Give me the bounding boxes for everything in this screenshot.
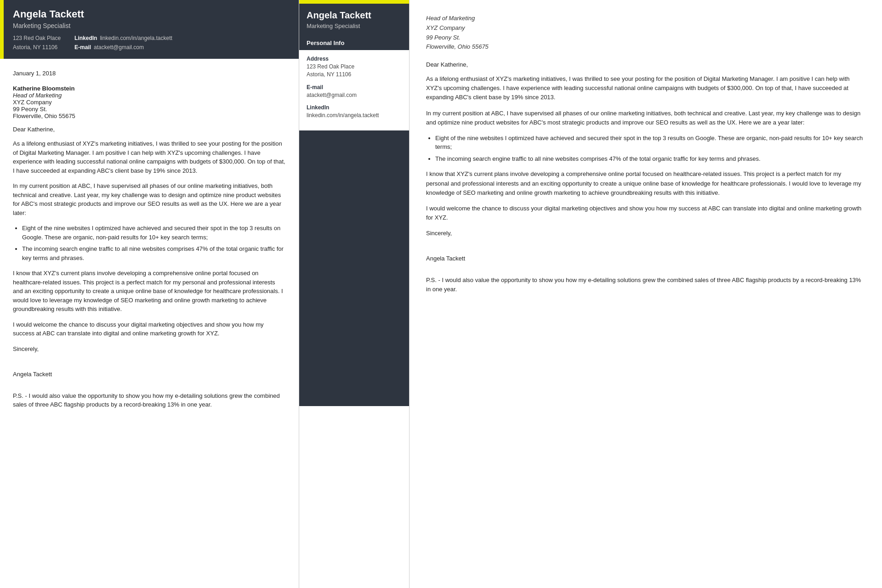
left-recipient: Katherine Bloomstein Head of Marketing X… bbox=[13, 85, 286, 119]
left-signature: Angela Tackett bbox=[13, 371, 286, 378]
left-document-panel: Angela Tackett Marketing Specialist 123 … bbox=[0, 0, 299, 588]
left-recipient-address1: 99 Peony St. bbox=[13, 106, 286, 113]
left-recipient-name: Katherine Bloomstein bbox=[13, 85, 286, 92]
middle-address-label: Address bbox=[307, 56, 402, 62]
left-email-item: E-mail atackett@gmail.com bbox=[74, 44, 172, 51]
left-address-line1: 123 Red Oak Place bbox=[13, 35, 61, 41]
right-sender-company: XYZ Company bbox=[426, 23, 865, 33]
right-paragraph1: As a lifelong enthusiast of XYZ's market… bbox=[426, 74, 865, 102]
right-bullet-list: Eight of the nine websites I optimized h… bbox=[435, 134, 865, 164]
left-contact-row: 123 Red Oak Place Astoria, NY 11106 Link… bbox=[13, 35, 290, 51]
right-salutation: Dear Katherine, bbox=[426, 61, 865, 68]
left-date: January 1, 2018 bbox=[13, 70, 286, 77]
right-bullet1: Eight of the nine websites I optimized h… bbox=[435, 134, 865, 152]
right-paragraph4: I would welcome the chance to discuss yo… bbox=[426, 204, 865, 222]
middle-header-title: Marketing Specialist bbox=[307, 23, 402, 29]
middle-linkedin-label: LinkedIn bbox=[307, 104, 402, 111]
middle-linkedin-group: LinkedIn linkedin.com/in/angela.tackett bbox=[307, 104, 402, 119]
left-paragraph2: In my current position at ABC, I have su… bbox=[13, 181, 286, 217]
left-contact-col-links: LinkedIn linkedin.com/in/angela.tackett … bbox=[74, 35, 172, 51]
middle-header-name: Angela Tackett bbox=[307, 10, 402, 21]
left-header: Angela Tackett Marketing Specialist 123 … bbox=[0, 0, 299, 59]
left-recipient-title: Head of Marketing bbox=[13, 92, 286, 99]
middle-email-group: E-mail atackett@gmail.com bbox=[307, 84, 402, 99]
right-closing-text: Sincerely, bbox=[426, 230, 865, 237]
left-contact-col-address: 123 Red Oak Place Astoria, NY 11106 bbox=[13, 35, 61, 51]
right-ps: P.S. - I would also value the opportunit… bbox=[426, 276, 865, 294]
left-recipient-company: XYZ Company bbox=[13, 99, 286, 106]
middle-address-line1: 123 Red Oak Place bbox=[307, 63, 402, 71]
left-closing: Sincerely, Angela Tackett bbox=[13, 345, 286, 378]
left-header-name: Angela Tackett bbox=[13, 8, 290, 20]
right-sender-address1: 99 Peony St. bbox=[426, 33, 865, 43]
middle-address-group: Address 123 Red Oak Place Astoria, NY 11… bbox=[307, 56, 402, 79]
left-paragraph3: I know that XYZ's current plans involve … bbox=[13, 269, 286, 314]
middle-personal-info-header: Personal Info bbox=[299, 36, 409, 50]
left-body: January 1, 2018 Katherine Bloomstein Hea… bbox=[0, 59, 299, 420]
middle-email-value: atackett@gmail.com bbox=[307, 91, 402, 99]
middle-linkedin-value: linkedin.com/in/angela.tackett bbox=[307, 112, 402, 119]
left-paragraph4: I would welcome the chance to discuss yo… bbox=[13, 320, 286, 338]
left-bullet-list: Eight of the nine websites I optimized h… bbox=[22, 224, 286, 262]
right-signature: Angela Tackett bbox=[426, 255, 865, 262]
right-letter-panel: Head of Marketing XYZ Company 99 Peony S… bbox=[409, 0, 882, 588]
middle-resume-panel: Angela Tackett Marketing Specialist Pers… bbox=[299, 0, 409, 588]
middle-header: Angela Tackett Marketing Specialist bbox=[299, 4, 409, 36]
left-recipient-address2: Flowerville, Ohio 55675 bbox=[13, 113, 286, 119]
left-salutation: Dear Katherine, bbox=[13, 126, 286, 133]
right-paragraph3: I know that XYZ's current plans involve … bbox=[426, 170, 865, 197]
right-bullet2: The incoming search engine traffic to al… bbox=[435, 154, 865, 164]
right-sender-address2: Flowerville, Ohio 55675 bbox=[426, 42, 865, 52]
left-bullet1: Eight of the nine websites I optimized h… bbox=[22, 224, 286, 242]
left-closing-text: Sincerely, bbox=[13, 345, 286, 352]
right-paragraph2: In my current position at ABC, I have su… bbox=[426, 109, 865, 127]
right-closing: Sincerely, Angela Tackett bbox=[426, 230, 865, 262]
right-sender-info: Head of Marketing XYZ Company 99 Peony S… bbox=[426, 14, 865, 52]
middle-email-label: E-mail bbox=[307, 84, 402, 90]
right-sender-title: Head of Marketing bbox=[426, 14, 865, 23]
middle-address-line2: Astoria, NY 11106 bbox=[307, 71, 402, 79]
left-bullet2: The incoming search engine traffic to al… bbox=[22, 244, 286, 262]
middle-personal-info-body: Address 123 Red Oak Place Astoria, NY 11… bbox=[299, 50, 409, 130]
left-address-line2: Astoria, NY 11106 bbox=[13, 44, 61, 51]
middle-accent-bar bbox=[299, 0, 409, 4]
left-paragraph1: As a lifelong enthusiast of XYZ's market… bbox=[13, 139, 286, 175]
left-ps: P.S. - I would also value the opportunit… bbox=[13, 391, 286, 409]
left-header-title: Marketing Specialist bbox=[13, 22, 290, 29]
left-linkedin-item: LinkedIn linkedin.com/in/angela.tackett bbox=[74, 35, 172, 41]
middle-dark-section bbox=[299, 130, 409, 406]
